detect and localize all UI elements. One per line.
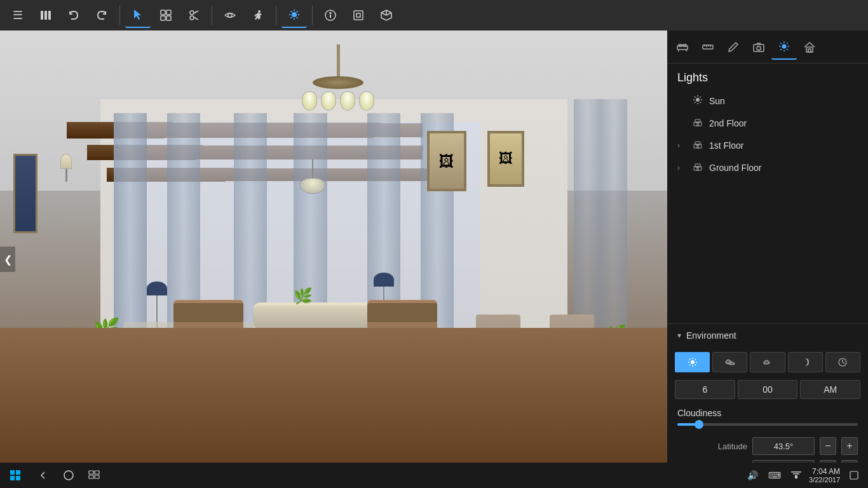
svg-line-63 [695,102,696,104]
cube-icon[interactable] [374,3,399,28]
light-item-2nd-floor[interactable]: 2nd Floor [667,112,868,134]
svg-rect-27 [356,13,360,17]
env-cloudy-btn[interactable] [750,352,785,372]
svg-rect-94 [95,475,99,478]
scissors-icon[interactable] [181,3,207,28]
separator2 [212,6,212,25]
ampm-display: AM [800,380,860,399]
info-icon[interactable] [318,3,343,28]
svg-line-60 [695,97,696,98]
cloudiness-slider-thumb[interactable] [695,420,703,429]
frame-icon[interactable] [346,3,371,28]
panel-pencil-icon[interactable] [721,34,746,60]
svg-marker-3 [134,10,141,20]
cloudiness-slider-track[interactable] [677,423,858,426]
svg-rect-91 [89,471,93,474]
svg-point-9 [190,16,194,20]
ground-floor-light-label: Ground Floor [709,163,761,173]
minutes-input[interactable] [738,380,798,399]
svg-line-80 [695,359,695,360]
left-nav-arrow[interactable]: ❮ [0,247,15,272]
chevron-left-icon: ❮ [4,254,12,266]
taskbar-right: 🔊 ⌨ 7:04 AM 3/22/2017 [745,466,868,484]
snap-icon[interactable] [153,3,179,28]
panel-camera-icon[interactable] [746,34,771,60]
svg-rect-86 [10,470,15,475]
env-clear-btn[interactable] [675,352,710,372]
latitude-value: 43.5° [752,437,815,455]
light-item-sun[interactable]: Sun [667,90,868,112]
svg-line-79 [695,365,695,365]
taskbar-speaker-icon[interactable]: 🔊 [745,470,761,480]
2nd-floor-light-label: 2nd Floor [709,118,747,128]
start-button[interactable] [0,463,31,488]
cortana-button[interactable] [56,463,81,488]
task-view-button[interactable] [81,463,107,488]
svg-rect-92 [95,471,99,474]
panel-sun-icon[interactable] [771,34,797,60]
svg-rect-4 [161,10,165,15]
hour-input[interactable] [675,380,735,399]
eye-icon[interactable] [217,3,243,28]
lights-title: Lights [667,64,868,90]
taskbar-keyboard-icon[interactable]: ⌨ [766,470,783,480]
panel-icon-row [667,30,868,64]
artwork-frame-2: 🖼 [487,131,524,187]
main-viewport[interactable]: 🌿 🌿 🌿 🌿 🖼 🖼 ❮ [0,30,667,488]
light-item-1st-floor[interactable]: › 1st Floor [667,134,868,156]
env-night-btn[interactable] [788,352,823,372]
separator1 [119,6,120,25]
svg-line-10 [194,11,198,13]
taskbar-network-icon[interactable] [789,470,804,481]
svg-line-50 [787,49,788,50]
ground-floor-expand-arrow: › [677,163,686,172]
notification-button[interactable] [845,466,863,484]
svg-line-61 [700,102,702,104]
right-panel: Lights Sun [667,30,868,488]
sun-toolbar-icon[interactable] [281,3,307,28]
svg-rect-97 [791,471,801,473]
light-item-ground-floor[interactable]: › Ground Floor [667,156,868,179]
wall-sconce [60,154,73,182]
room-render: 🌿 🌿 🌿 🌿 🖼 🖼 ❮ [0,30,667,488]
walk-icon[interactable] [245,3,271,28]
svg-rect-88 [10,476,15,480]
1st-floor-light-icon [693,139,703,151]
svg-rect-87 [16,470,20,475]
latitude-plus-btn[interactable]: + [841,437,858,455]
plant-center: 🌿 [294,287,313,305]
env-time-buttons [667,347,868,377]
panel-measure-icon[interactable] [695,34,721,60]
select-icon[interactable] [125,3,151,28]
env-clock-btn[interactable] [825,352,860,372]
env-collapse-arrow: ▾ [677,331,681,340]
svg-rect-96 [793,473,799,475]
latitude-minus-btn[interactable]: − [820,437,836,455]
svg-line-31 [381,13,386,15]
environment-header[interactable]: ▾ Environment [667,324,868,347]
svg-line-30 [386,13,391,15]
svg-point-13 [258,10,261,13]
sun-light-label: Sun [709,96,725,106]
svg-rect-7 [166,16,171,20]
panel-furniture-icon[interactable] [670,34,695,60]
clock-date: 3/22/2017 [809,476,840,484]
library-icon[interactable] [33,3,58,28]
menu-icon[interactable]: ☰ [5,3,31,28]
cloudiness-label: Cloudiness [677,408,858,418]
panel-home-icon[interactable] [797,34,822,60]
clock: 7:04 AM 3/22/2017 [809,467,840,484]
chandelier [294,44,383,112]
ground-floor-light-icon [693,161,703,173]
top-toolbar: ☰ [0,0,868,30]
svg-point-12 [228,13,232,17]
svg-rect-98 [850,471,858,479]
env-partly-cloudy-btn[interactable] [712,352,747,372]
svg-line-81 [689,365,689,365]
undo-icon[interactable] [61,3,86,28]
sun-light-icon [693,95,703,107]
back-button[interactable] [31,463,56,488]
svg-rect-93 [89,475,93,478]
artwork-frame-1: 🖼 [427,131,466,191]
redo-icon[interactable] [89,3,114,28]
